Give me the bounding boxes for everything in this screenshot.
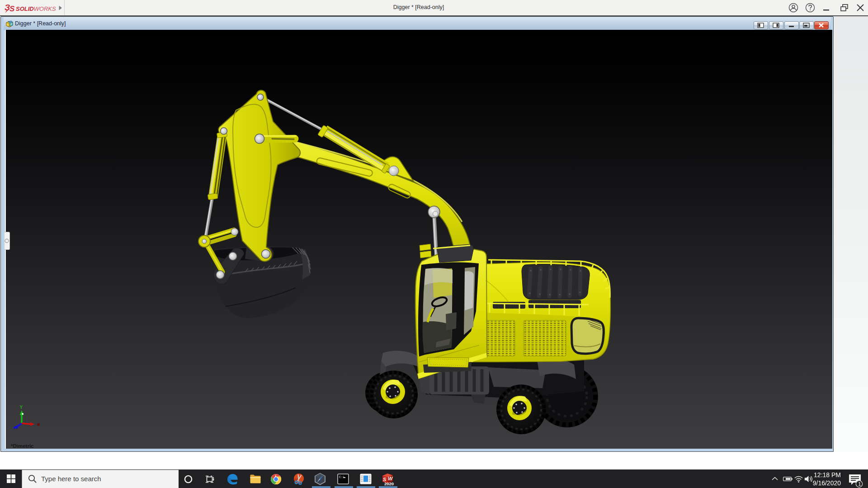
svg-text:1: 1	[858, 481, 861, 487]
svg-text:W: W	[388, 476, 393, 481]
svg-text:*Dimetric: *Dimetric	[11, 443, 34, 449]
svg-text:Y: Y	[20, 405, 23, 410]
svg-text:2020: 2020	[384, 481, 394, 486]
